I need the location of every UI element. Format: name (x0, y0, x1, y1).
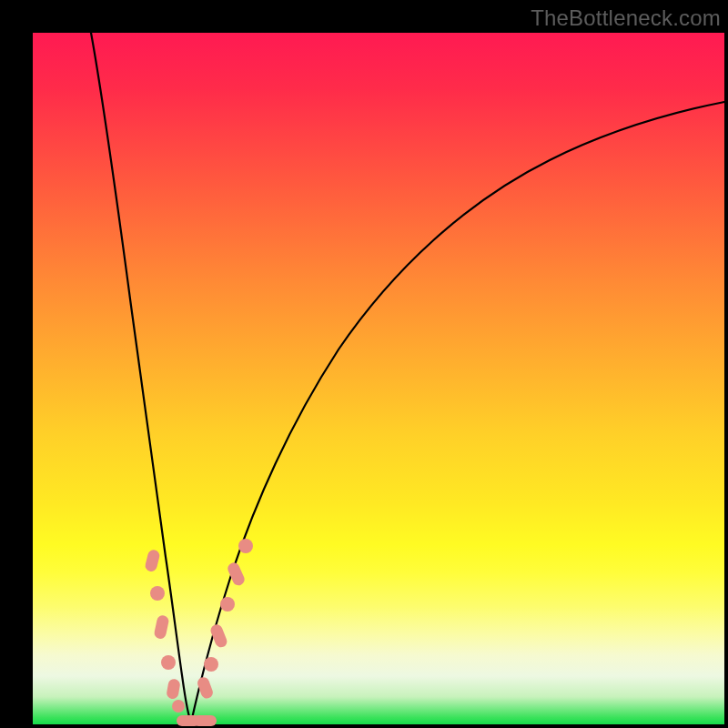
left-curve (91, 33, 191, 723)
plot-area (33, 33, 724, 724)
marker-group (144, 539, 253, 726)
svg-rect-0 (144, 549, 160, 572)
svg-point-3 (161, 655, 176, 670)
watermark-text: TheBottleneck.com (531, 5, 721, 31)
chart-frame: TheBottleneck.com (0, 0, 728, 728)
svg-point-1 (150, 586, 165, 601)
svg-point-9 (204, 657, 218, 672)
svg-point-13 (238, 539, 253, 553)
svg-rect-7 (193, 715, 217, 726)
svg-point-5 (172, 700, 185, 713)
svg-point-11 (220, 597, 235, 612)
chart-svg (33, 33, 724, 724)
right-curve (191, 102, 724, 723)
svg-rect-4 (166, 678, 181, 700)
svg-rect-2 (153, 614, 169, 640)
